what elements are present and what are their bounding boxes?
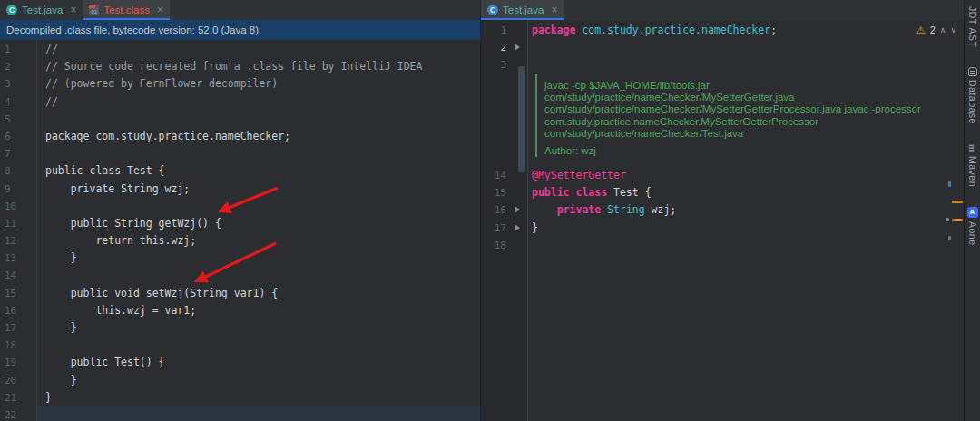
- line-number: 18: [481, 237, 506, 254]
- code-text: // Source code recreated from a .class f…: [36, 58, 480, 75]
- error-stripe-mark[interactable]: [948, 236, 951, 240]
- code-line: 5: [0, 111, 480, 128]
- next-problem-button[interactable]: ∨: [950, 25, 956, 34]
- close-icon[interactable]: ×: [551, 5, 557, 15]
- line-number: 17: [481, 220, 506, 237]
- line-number: 1: [481, 22, 506, 39]
- code-text: public String getWzj() {: [36, 215, 480, 232]
- close-icon[interactable]: ×: [157, 5, 163, 15]
- code-text: private String wzj;: [527, 201, 964, 219]
- error-stripe-caret-mark[interactable]: [948, 181, 951, 187]
- fold-arrow-icon[interactable]: [514, 224, 520, 231]
- line-number: 16: [481, 201, 506, 219]
- tool-stripe-button-jdt-ast[interactable]: JDT AST: [967, 6, 978, 47]
- code-text: //: [36, 41, 480, 58]
- error-stripe-warning-mark[interactable]: [952, 219, 963, 221]
- line-number: 1: [0, 41, 36, 58]
- maven-icon: m: [967, 144, 977, 152]
- error-stripe-fold-mark[interactable]: [946, 218, 949, 221]
- tab-label: Test.java: [503, 5, 544, 15]
- inspection-widget[interactable]: ⚠ 2 ∧ ∨: [916, 24, 956, 36]
- code-line: 21}: [0, 389, 480, 406]
- code-line: 9 private String wzj;: [0, 181, 480, 198]
- code-line: 1//: [0, 41, 480, 58]
- code-text: @MySetterGetter: [527, 167, 964, 184]
- tab-test-java-left[interactable]: C Test.java ×: [0, 0, 83, 20]
- warning-icon: ⚠: [916, 24, 926, 35]
- code-line: 16 this.wzj = var1;: [0, 302, 480, 319]
- code-text: }: [36, 250, 480, 267]
- line-number: 13: [0, 250, 36, 267]
- code-line: 17}: [481, 220, 964, 237]
- code-line: 3: [481, 56, 964, 73]
- code-text: }: [527, 220, 964, 237]
- right-tab-bar: C Test.java ×: [481, 0, 964, 20]
- code-line: 4//: [0, 93, 480, 111]
- fold-column: [506, 22, 527, 39]
- code-line: 8public class Test {: [0, 162, 480, 180]
- tab-test-java-right[interactable]: C Test.java ×: [481, 0, 564, 20]
- code-line: 20 }: [0, 372, 480, 389]
- fold-marker[interactable]: [506, 220, 527, 237]
- code-text: [36, 111, 480, 128]
- code-lines: 14@MySetterGetter15public class Test {16…: [481, 167, 964, 254]
- code-text: [527, 56, 964, 73]
- aone-icon: A: [967, 207, 978, 218]
- left-editor-pane: C Test.java × 01 Test.class × Decompiled…: [0, 0, 480, 421]
- line-number: 6: [0, 128, 36, 145]
- line-number: 8: [0, 162, 36, 180]
- line-number: 15: [481, 184, 506, 201]
- tab-test-class[interactable]: 01 Test.class ×: [83, 0, 170, 20]
- fold-column: [506, 237, 527, 254]
- code-line: 22: [0, 406, 480, 421]
- error-stripe-warning-mark[interactable]: [952, 201, 963, 203]
- fold-marker[interactable]: [506, 201, 527, 219]
- tool-stripe-button-aone[interactable]: AAone: [967, 207, 978, 246]
- java-class-icon: C: [6, 5, 17, 15]
- fold-column: [506, 184, 527, 201]
- code-text: this.wzj = var1;: [36, 302, 480, 319]
- code-text: // (powered by FernFlower decompiler): [36, 75, 480, 93]
- fold-column: [506, 56, 527, 73]
- code-line: 13 }: [0, 250, 480, 267]
- decompiled-code-editor[interactable]: 1//2// Source code recreated from a .cla…: [0, 40, 480, 421]
- active-tab-underline: [83, 18, 170, 20]
- fold-arrow-icon[interactable]: [514, 44, 520, 51]
- tool-stripe-button-database[interactable]: Database: [967, 67, 978, 124]
- code-line: 2: [481, 39, 964, 56]
- code-line: 18: [481, 237, 964, 254]
- close-icon[interactable]: ×: [70, 5, 76, 15]
- line-number: 17: [0, 319, 36, 337]
- code-text: public Test() {: [36, 354, 480, 371]
- code-line: 6package com.study.practice.nameChecker;: [0, 128, 480, 145]
- doc-comment-body: javac -cp $JAVA_HOME/lib/tools.jarcom/st…: [535, 74, 921, 157]
- code-text: public class Test {: [36, 162, 480, 180]
- fold-arrow-icon[interactable]: [514, 206, 520, 213]
- code-line: 7: [0, 145, 480, 162]
- tool-stripe-button-maven[interactable]: mMaven: [967, 144, 978, 186]
- code-text: [36, 198, 480, 215]
- doc-comment-line: javac -cp $JAVA_HOME/lib/tools.jar: [544, 80, 921, 92]
- code-line: 12 return this.wzj;: [0, 232, 480, 250]
- line-number: 2: [481, 39, 506, 56]
- code-text: return this.wzj;: [36, 232, 480, 250]
- line-number: 22: [0, 406, 36, 421]
- code-line: 15 public void setWzj(String var1) {: [0, 285, 480, 302]
- line-number: 15: [0, 285, 36, 302]
- code-line: 3// (powered by FernFlower decompiler): [0, 75, 480, 93]
- line-number: 2: [0, 58, 36, 75]
- fold-marker[interactable]: [506, 39, 527, 56]
- line-number: 7: [0, 145, 36, 162]
- doc-comment-line: com/study/practice/nameChecker/MySetterG…: [544, 92, 921, 103]
- source-code-editor[interactable]: 1package com.study.practice.nameChecker;…: [481, 20, 964, 421]
- doc-comment-line: com.study.practice.nameChecker.MySetterG…: [544, 116, 921, 128]
- tool-stripe-label: JDT AST: [967, 6, 978, 47]
- code-text: public class Test {: [527, 184, 964, 201]
- prev-problem-button[interactable]: ∧: [940, 25, 946, 34]
- code-line: 16 private String wzj;: [481, 201, 964, 219]
- line-number: 3: [481, 56, 506, 73]
- code-line: 18: [0, 337, 480, 354]
- code-text: [36, 406, 480, 421]
- doc-author-line: Author: wzj: [544, 145, 921, 157]
- right-editor-pane: C Test.java × 1package com.study.practic…: [480, 0, 964, 421]
